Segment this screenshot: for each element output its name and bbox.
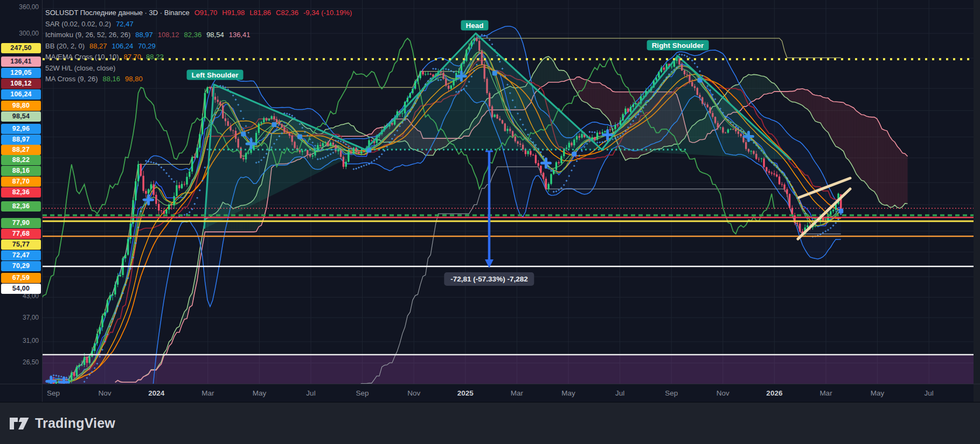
- price-label-tag: 82,36: [1, 201, 41, 212]
- tradingview-logo-icon: [10, 416, 29, 431]
- time-axis-tick: Nov: [717, 389, 729, 397]
- time-axis-tick: May: [253, 389, 267, 397]
- time-axis-tick: Sep: [665, 389, 678, 397]
- time-axis-tick: Jul: [306, 389, 315, 397]
- price-label-tag: 106,24: [1, 89, 41, 100]
- price-label-tag: 247,50: [1, 43, 41, 53]
- price-axis-tick: 360,00: [0, 3, 39, 11]
- price-label-tag: 92,96: [1, 124, 41, 134]
- time-axis-tick: Jul: [615, 389, 624, 397]
- price-label-tag: 88,16: [1, 166, 41, 176]
- price-label-tag: 129,05: [1, 68, 41, 78]
- price-label-tag: 88,22: [1, 155, 41, 165]
- price-axis-tick: 37,00: [0, 314, 39, 321]
- time-axis-tick: Sep: [356, 389, 369, 397]
- price-label-tag: 77,90: [1, 218, 41, 228]
- price-label-tag: 87,70: [1, 177, 41, 187]
- time-axis-tick: 2026: [766, 389, 782, 397]
- price-label-tag: 136,41: [1, 57, 41, 67]
- price-label-tag: 72,47: [1, 250, 41, 260]
- price-label-tag: 70,29: [1, 261, 41, 271]
- time-axis-tick: Mar: [511, 389, 523, 397]
- time-axis-tick: 2025: [457, 389, 474, 397]
- price-label-tag: 75,77: [1, 239, 41, 250]
- price-axis-tick: 300,00: [0, 30, 39, 37]
- footer-bar: TradingView: [0, 403, 980, 444]
- price-label-tag: 82,36: [1, 187, 41, 198]
- price-label-tag: 98,80: [1, 101, 41, 111]
- tradingview-chart-window: SOLUSDT Последние данные · 3D · BinanceO…: [0, 0, 980, 444]
- price-label-tag: 67,59: [1, 273, 41, 283]
- tradingview-logo-text: TradingView: [35, 415, 115, 431]
- price-axis-tick: 26,50: [0, 358, 39, 366]
- price-label-tag: 108,12: [1, 79, 41, 89]
- time-axis-tick: Mar: [201, 389, 214, 397]
- price-label-tag: 88,27: [1, 145, 41, 155]
- time-axis-tick: Jul: [925, 389, 934, 397]
- price-axis-tick: 31,00: [0, 337, 39, 344]
- time-axis-tick: May: [871, 389, 885, 397]
- price-label-tag: 54,00: [1, 284, 41, 294]
- measured-move-label[interactable]: -72,81 (-57.33%) -7,282: [444, 272, 534, 286]
- pattern-label-left-shoulder[interactable]: Left Shoulder: [187, 70, 244, 80]
- time-axis-tick: Nov: [407, 389, 420, 397]
- pattern-label-head[interactable]: Head: [461, 20, 488, 31]
- time-axis-tick: May: [561, 389, 575, 397]
- price-label-tag: 77,68: [1, 229, 41, 239]
- tradingview-logo[interactable]: TradingView: [10, 415, 115, 431]
- price-chart-canvas[interactable]: [0, 0, 980, 444]
- price-label-tag: 88,97: [1, 135, 41, 145]
- time-axis-tick: Mar: [819, 389, 832, 397]
- price-label-tag: 98,54: [1, 111, 41, 122]
- pattern-label-right-shoulder[interactable]: Right Shoulder: [647, 40, 709, 51]
- time-axis-tick: 2024: [148, 389, 164, 397]
- time-axis-tick: Sep: [47, 389, 60, 397]
- time-axis-tick: Nov: [99, 389, 112, 397]
